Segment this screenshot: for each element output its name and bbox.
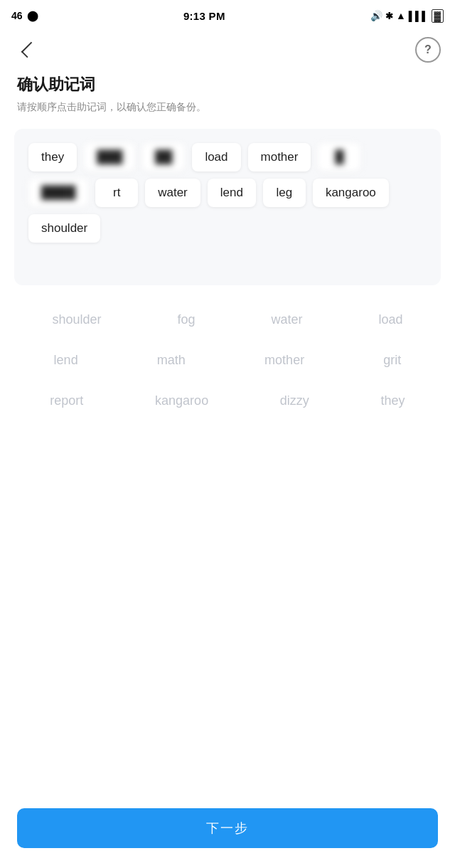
- selected-chip-leg[interactable]: leg: [263, 179, 306, 207]
- back-chevron-icon: [21, 42, 38, 58]
- page-header: 确认助记词 请按顺序点击助记词，以确认您正确备份。: [0, 68, 455, 129]
- selected-chip-they[interactable]: they: [28, 143, 77, 171]
- selected-chip-mother[interactable]: mother: [248, 143, 311, 171]
- status-time: 9:13 PM: [183, 10, 225, 22]
- selected-chip-blurred-2: ██: [142, 143, 185, 171]
- battery-icon: ▓: [432, 9, 444, 23]
- pool-word-water[interactable]: water: [266, 309, 309, 330]
- pool-word-mother[interactable]: mother: [259, 350, 310, 371]
- selected-chip-shoulder[interactable]: shoulder: [28, 214, 100, 243]
- pool-word-report[interactable]: report: [44, 391, 89, 411]
- pool-word-grit[interactable]: grit: [378, 350, 407, 371]
- status-num: 46: [11, 10, 23, 21]
- pool-word-fog[interactable]: fog: [172, 309, 201, 330]
- speaker-icon: 🔊: [370, 10, 382, 21]
- selected-chip-kangaroo[interactable]: kangaroo: [313, 179, 389, 207]
- word-pool-row-1: shoulder fog water load: [14, 309, 441, 330]
- pool-word-they[interactable]: they: [375, 391, 411, 411]
- status-left: 46 ⬤: [11, 10, 38, 21]
- selected-chip-blurred-1: ███: [84, 143, 135, 171]
- pool-word-kangaroo[interactable]: kangaroo: [149, 391, 214, 411]
- pool-word-shoulder[interactable]: shoulder: [46, 309, 107, 330]
- word-pool: shoulder fog water load lend math mother…: [0, 302, 455, 517]
- pool-word-load[interactable]: load: [373, 309, 408, 330]
- page-subtitle: 请按顺序点击助记词，以确认您正确备份。: [17, 100, 438, 115]
- page-title: 确认助记词: [17, 74, 438, 95]
- status-dot-icon: ⬤: [27, 10, 38, 21]
- word-pool-row-2: lend math mother grit: [14, 350, 441, 371]
- selected-words-box: they ███ ██ load mother █ ████ rt water …: [14, 129, 441, 285]
- bottom-btn-container: 下一步: [0, 797, 455, 868]
- bluetooth-icon: ✱: [385, 11, 393, 21]
- pool-word-lend[interactable]: lend: [48, 350, 84, 371]
- selected-chip-water[interactable]: water: [145, 179, 200, 207]
- selected-chip-rt[interactable]: rt: [95, 179, 138, 207]
- nav-bar: ?: [0, 31, 455, 68]
- selected-chip-load[interactable]: load: [192, 143, 240, 171]
- pool-word-math[interactable]: math: [151, 350, 191, 371]
- status-right: 🔊 ✱ ▲ ▌▌▌ ▓: [370, 9, 444, 23]
- word-pool-row-3: report kangaroo dizzy they: [14, 391, 441, 411]
- signal-icon: ▌▌▌: [409, 11, 429, 21]
- pool-word-dizzy[interactable]: dizzy: [274, 391, 315, 411]
- help-button[interactable]: ?: [415, 37, 441, 63]
- back-button[interactable]: [14, 37, 40, 63]
- selected-chip-lend[interactable]: lend: [208, 179, 256, 207]
- question-mark-icon: ?: [424, 43, 432, 56]
- status-bar: 46 ⬤ 9:13 PM 🔊 ✱ ▲ ▌▌▌ ▓: [0, 0, 455, 31]
- next-button[interactable]: 下一步: [17, 808, 438, 848]
- selected-chip-blurred-4: ████: [28, 179, 88, 207]
- selected-chip-blurred-3: █: [318, 143, 360, 171]
- wifi-icon: ▲: [396, 10, 406, 21]
- word-chips-container: they ███ ██ load mother █ ████ rt water …: [28, 143, 427, 243]
